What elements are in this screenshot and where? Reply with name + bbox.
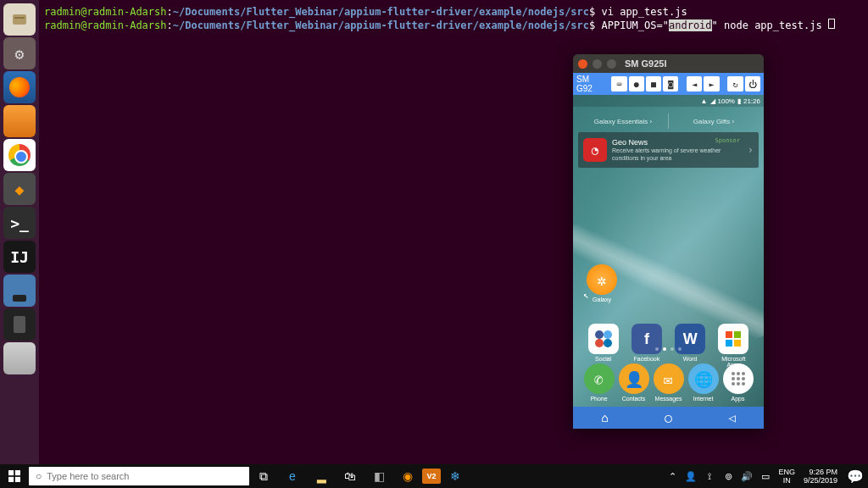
svg-rect-7	[734, 331, 741, 338]
launcher-firefox-icon[interactable]	[3, 71, 36, 103]
launcher-app-icon[interactable]	[3, 105, 36, 137]
app-label: Galaxy	[587, 297, 617, 302]
tab-galaxy-essentials[interactable]: Galaxy Essentials ›	[578, 114, 668, 129]
page-indicator[interactable]	[573, 347, 764, 351]
tray-people-icon[interactable]: 👤	[682, 464, 700, 488]
apps-grid-icon	[723, 363, 754, 394]
device-name-label: SM G92	[576, 75, 606, 93]
nav-back-button[interactable]: ◁	[728, 411, 735, 424]
svg-point-14	[737, 377, 740, 380]
svg-rect-0	[13, 14, 26, 25]
taskbar-app-icon[interactable]: ❄	[441, 464, 470, 488]
ubuntu-launcher: ⚙ ◆ >_ IJ	[0, 0, 39, 464]
window-close-button[interactable]	[578, 59, 587, 69]
launcher-app-icon[interactable]	[3, 308, 36, 341]
launcher-chrome-icon[interactable]	[3, 139, 36, 171]
taskbar-vnc-icon[interactable]: V2	[422, 469, 441, 484]
launcher-app-icon[interactable]	[3, 342, 36, 374]
svg-point-2	[595, 330, 604, 339]
svg-point-5	[604, 339, 612, 347]
svg-point-13	[732, 377, 735, 380]
nav-recents-button[interactable]: ⌂	[601, 411, 608, 424]
dock-row: ✆Phone 👤Contacts ✉Messages 🌐Internet App…	[573, 363, 764, 402]
toolbar-vol-down-button[interactable]: ◄	[687, 76, 702, 92]
taskbar-store-icon[interactable]: 🛍	[336, 464, 364, 488]
taskbar-edge-icon[interactable]: e	[278, 464, 307, 488]
scrcpy-toolbar: SM G92 ⌨ ● ■ ◙ ◄ ► ↻ ⏻	[573, 73, 764, 95]
taskbar-search[interactable]: ○	[29, 467, 249, 485]
messages-icon: ✉	[654, 363, 684, 394]
toolbar-rotate-button[interactable]: ↻	[727, 76, 743, 92]
app-galaxy[interactable]: ✲ Galaxy	[587, 264, 617, 302]
app-messages[interactable]: ✉Messages	[653, 363, 685, 402]
tab-galaxy-gifts[interactable]: Galaxy Gifts ›	[668, 114, 759, 129]
windows-taskbar: ○ ⧉ e ▂ 🛍 ◧ ◉ V2 ❄ ⌃ 👤 ⟟ ⊚ 🔊 ▭ ENGIN 9:2…	[0, 464, 868, 488]
internet-icon: 🌐	[688, 363, 719, 394]
toolbar-camera-button[interactable]: ◙	[663, 76, 678, 92]
tray-network-icon[interactable]: ⊚	[719, 464, 737, 488]
toolbar-vol-up-button[interactable]: ►	[704, 76, 719, 92]
svg-point-3	[604, 330, 612, 339]
svg-point-18	[742, 382, 745, 385]
toolbar-video-button[interactable]: ■	[646, 76, 661, 92]
taskbar-clock[interactable]: 9:26 PM9/25/2019	[798, 468, 843, 485]
start-button[interactable]	[0, 464, 29, 488]
app-row: Social fFacebook WWord Microsoft Apps	[573, 324, 764, 368]
launcher-files-icon[interactable]	[3, 3, 36, 36]
tray-chevron-up-icon[interactable]: ⌃	[663, 464, 682, 488]
window-titlebar[interactable]: SM G925I	[573, 54, 764, 73]
tray-battery-icon[interactable]: ▭	[756, 464, 775, 488]
window-minimize-button[interactable]	[593, 59, 602, 69]
tray-location-icon[interactable]: ⟟	[700, 464, 719, 488]
svg-point-17	[737, 382, 740, 385]
app-internet[interactable]: 🌐Internet	[687, 363, 720, 402]
tray-volume-icon[interactable]: 🔊	[737, 464, 756, 488]
language-indicator[interactable]: ENGIN	[775, 468, 798, 485]
launcher-terminal-icon[interactable]: >_	[3, 207, 36, 239]
prompt-user: radmin@radmin-Adarsh	[44, 6, 167, 18]
news-sponsor-label: Sponsor	[715, 137, 740, 144]
wifi-icon: ▲	[701, 97, 708, 105]
window-maximize-button[interactable]	[607, 59, 616, 69]
launcher-settings-icon[interactable]: ⚙	[3, 37, 36, 69]
contacts-icon: 👤	[619, 363, 649, 394]
svg-rect-8	[726, 340, 732, 347]
app-contacts[interactable]: 👤Contacts	[618, 363, 650, 402]
launcher-app-icon[interactable]	[3, 274, 36, 307]
toolbar-power-button[interactable]: ⏻	[745, 76, 760, 92]
action-center-button[interactable]: 💬	[843, 469, 868, 485]
svg-point-4	[595, 339, 604, 347]
app-apps[interactable]: Apps	[722, 363, 754, 402]
app-msapps[interactable]: Microsoft Apps	[717, 324, 749, 368]
search-input[interactable]	[47, 471, 242, 481]
galaxy-icon: ✲	[587, 264, 617, 295]
news-card[interactable]: ◔ Geo News Receive alerts warning of sev…	[578, 132, 759, 168]
system-tray: ⌃ 👤 ⟟ ⊚ 🔊 ▭ ENGIN 9:26 PM9/25/2019 💬	[663, 464, 868, 488]
news-app-icon: ◔	[583, 138, 607, 162]
taskbar-firefox-icon[interactable]: ◉	[393, 464, 422, 488]
launcher-sublime-icon[interactable]: ◆	[3, 173, 36, 205]
task-view-button[interactable]: ⧉	[249, 464, 278, 488]
taskbar-explorer-icon[interactable]: ▂	[307, 464, 336, 488]
launcher-intellij-icon[interactable]: IJ	[3, 241, 36, 273]
phone-icon: ✆	[584, 363, 615, 394]
window-title: SM G925I	[625, 58, 667, 69]
clock-label: 21:26	[743, 97, 760, 105]
phone-screen[interactable]: ▲ ◢ 100% ▮ 21:26 Galaxy Essentials › Gal…	[573, 95, 764, 429]
svg-point-16	[732, 382, 735, 385]
app-facebook[interactable]: fFacebook	[631, 324, 663, 368]
terminal-command: vi app_test.js	[602, 6, 687, 18]
scrcpy-window: SM G925I SM G92 ⌨ ● ■ ◙ ◄ ► ↻ ⏻ ▲ ◢ 100%…	[573, 54, 764, 429]
svg-point-15	[742, 377, 745, 380]
app-word[interactable]: WWord	[674, 324, 706, 368]
toolbar-record-button[interactable]: ●	[629, 76, 644, 92]
terminal-cursor	[828, 19, 835, 29]
battery-icon: ▮	[737, 97, 741, 105]
nav-home-button[interactable]: ◯	[665, 411, 671, 424]
search-icon: ○	[36, 470, 42, 482]
app-social[interactable]: Social	[587, 324, 620, 368]
taskbar-app-icon[interactable]: ◧	[364, 464, 393, 488]
app-phone[interactable]: ✆Phone	[583, 363, 615, 402]
svg-rect-21	[8, 477, 14, 482]
toolbar-keyboard-button[interactable]: ⌨	[611, 76, 626, 92]
